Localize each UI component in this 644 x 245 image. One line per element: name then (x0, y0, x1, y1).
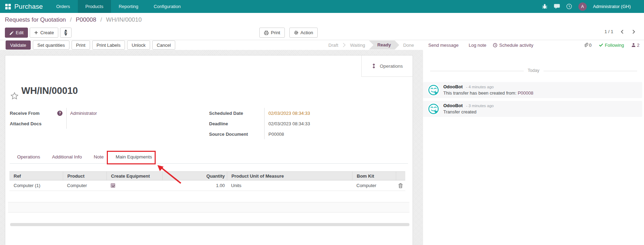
pager: 1 / 1 (605, 29, 637, 34)
field-deadline: Deadline 02/03/2023 08:34:33 (209, 118, 375, 129)
column-header-bom-kit[interactable]: Bom Kit (352, 172, 396, 180)
status-bar: Validate Set quantities Print Print Labe… (0, 40, 423, 50)
user-menu[interactable]: Administrator (GH) (593, 4, 631, 9)
user-avatar[interactable]: A (578, 2, 587, 11)
gear-icon (294, 30, 298, 35)
clock-icon (493, 43, 497, 47)
column-header-actions (396, 172, 405, 180)
breadcrumb-rfq-link[interactable]: Requests for Quotation (5, 16, 66, 23)
following-button[interactable]: Following (599, 43, 624, 48)
create-equipment-checkbox[interactable] (111, 183, 115, 188)
workflow-buttons: Validate Set quantities Print Print Labe… (6, 40, 175, 50)
tab-additional-info[interactable]: Additional Info (46, 150, 88, 163)
odoobot-avatar[interactable] (427, 103, 440, 115)
schedule-activity-button[interactable]: Schedule activity (493, 43, 533, 48)
tab-main-equipments[interactable]: Main Equipments (110, 150, 158, 163)
column-header-ref[interactable]: Ref (9, 172, 63, 180)
set-quantities-button[interactable]: Set quantities (33, 40, 69, 50)
arrows-up-down-icon (371, 63, 376, 69)
notebook-tabs: Operations Additional Info Note Main Equ… (10, 150, 408, 164)
odoobot-avatar[interactable] (427, 84, 440, 96)
odoo-window: Purchase Orders Products Reporting Confi… (0, 0, 644, 245)
messages-icon[interactable] (554, 3, 560, 9)
pager-count: 1 / 1 (605, 29, 613, 34)
attachments-button[interactable]: 0 (583, 43, 592, 48)
column-header-product[interactable]: Product (63, 172, 106, 180)
print-button[interactable]: Print (72, 40, 90, 50)
step-done[interactable]: Done (400, 43, 417, 48)
apps-menu-icon[interactable] (5, 3, 11, 10)
form-sheet: Operations WH/IN/00010 Receive From ? Ad… (5, 55, 413, 245)
favorite-star-icon[interactable] (10, 92, 18, 100)
column-header-quantity[interactable]: Quantity (162, 172, 227, 180)
chatter-toolbar: Send message Log note Schedule activity … (423, 40, 644, 50)
step-draft[interactable]: Draft (325, 43, 341, 48)
chevron-right-icon (342, 43, 347, 47)
pager-previous-icon[interactable] (620, 29, 625, 34)
breadcrumb-p00008-link[interactable]: P00008 (76, 16, 96, 23)
cell-product[interactable]: Computer (63, 180, 106, 191)
table-row[interactable]: Computer (1) Computer 1.00 Units Compute… (9, 180, 405, 191)
horizontal-scrollbar[interactable] (10, 223, 409, 226)
print-menu-button[interactable]: Print (259, 28, 285, 38)
send-message-button[interactable]: Send message (428, 43, 459, 48)
step-waiting[interactable]: Waiting (347, 43, 368, 48)
question-circle-icon: ? (65, 30, 67, 36)
check-icon (599, 43, 603, 47)
edit-button[interactable]: Edit (5, 28, 28, 38)
help-button[interactable]: ? (60, 28, 72, 38)
tab-operations[interactable]: Operations (11, 150, 46, 163)
validate-button[interactable]: Validate (6, 40, 31, 50)
column-header-uom[interactable]: Product Unit of Measure (227, 172, 352, 180)
unlock-button[interactable]: Unlock (127, 40, 150, 50)
message-record-link[interactable]: P00008 (518, 90, 533, 96)
menu-configuration[interactable]: Configuration (146, 0, 188, 13)
scheduled-date-value: 02/03/2023 08:34:33 (265, 111, 310, 116)
control-panel: Requests for Quotation / P00008 / WH/IN/… (0, 13, 644, 40)
cell-quantity[interactable]: 1.00 (162, 180, 227, 191)
chatter-toolbar-right: 0 Following 2 (583, 43, 644, 48)
followers-button[interactable]: 2 (631, 43, 639, 48)
help-badge-icon[interactable]: ? (57, 111, 62, 116)
activities-clock-icon[interactable] (566, 3, 572, 9)
status-row: Validate Set quantities Print Print Labe… (0, 40, 644, 50)
log-note-button[interactable]: Log note (469, 43, 487, 48)
breadcrumb-separator: / (98, 16, 104, 23)
status-steps: Draft Waiting Ready Done (325, 40, 417, 50)
cell-ref[interactable]: Computer (1) (9, 180, 63, 191)
menu-reporting[interactable]: Reporting (111, 0, 146, 13)
menu-orders[interactable]: Orders (49, 0, 78, 13)
operations-smart-button[interactable]: Operations (361, 55, 413, 77)
pager-next-icon[interactable] (632, 29, 637, 34)
paperclip-icon (583, 43, 588, 47)
person-icon (631, 43, 636, 47)
tab-note[interactable]: Note (88, 150, 110, 163)
debug-bug-icon[interactable] (542, 3, 548, 9)
message-author[interactable]: OdooBot (443, 103, 463, 108)
receive-from-value[interactable]: Administrator (67, 111, 97, 116)
message-author[interactable]: OdooBot (443, 84, 463, 89)
breadcrumb-separator: / (68, 16, 74, 23)
empty-table-stripe (8, 202, 409, 213)
field-group-left: Receive From ? Administrator Attached Do… (10, 108, 200, 129)
chatter-message: OdooBot - 4 minutes ago This transfer ha… (423, 82, 642, 98)
chatter: Today OdooBot - 4 minutes ago (423, 50, 644, 245)
delete-row-button[interactable] (398, 183, 403, 188)
app-title[interactable]: Purchase (14, 3, 43, 10)
print-action-buttons: Print Action (259, 28, 318, 38)
message-timestamp: - 4 minutes ago (466, 85, 494, 89)
menu-products[interactable]: Products (78, 0, 111, 13)
field-label: Attached Docs (10, 121, 42, 126)
date-divider-label: Today (524, 68, 543, 73)
plus-icon (34, 31, 38, 35)
column-header-create-equipment[interactable]: Create Equipment (106, 172, 162, 180)
action-menu-button[interactable]: Action (289, 28, 318, 38)
message-timestamp: - 3 minutes ago (466, 104, 494, 108)
cell-uom[interactable]: Units (227, 180, 352, 191)
create-button[interactable]: Create (30, 28, 58, 38)
message-body: This transfer has been created from: P00… (443, 90, 533, 96)
print-labels-button[interactable]: Print Labels (92, 40, 125, 50)
cell-bom-kit[interactable]: Computer (352, 180, 396, 191)
step-ready[interactable]: Ready (369, 40, 399, 50)
cancel-button[interactable]: Cancel (152, 40, 175, 50)
